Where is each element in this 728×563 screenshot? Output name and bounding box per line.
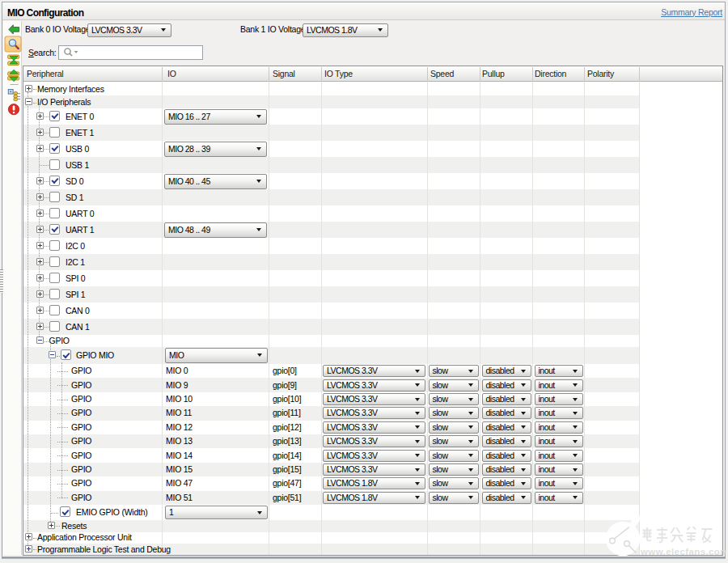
svg-text:www.elecfans.com: www.elecfans.com — [640, 547, 726, 557]
